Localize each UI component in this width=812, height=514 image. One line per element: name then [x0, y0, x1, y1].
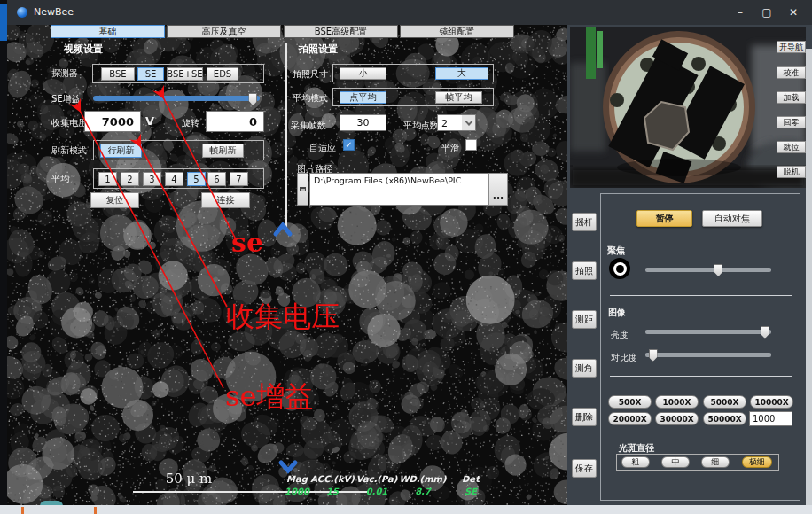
- in-position-button[interactable]: 就位: [777, 141, 806, 153]
- status-det-label: Det: [440, 474, 502, 484]
- home-button[interactable]: 回零: [777, 116, 806, 128]
- tab-lens-config[interactable]: 镜组配置: [400, 25, 514, 38]
- spot-size-group: 粗 中 细 极细: [616, 454, 779, 471]
- mag-30000x-button[interactable]: 30000X: [655, 412, 699, 425]
- mag-10000x-button[interactable]: 10000X: [750, 395, 793, 409]
- load-button[interactable]: 加载: [777, 91, 806, 104]
- average-4-button[interactable]: 4: [165, 172, 183, 186]
- average-group: 1 2 3 4 5 6 7: [93, 168, 264, 189]
- detector-se-button[interactable]: SE: [137, 67, 164, 81]
- mag-500x-button[interactable]: 500X: [608, 395, 652, 409]
- adaptive-checkbox[interactable]: ✓: [343, 139, 355, 151]
- close-button[interactable]: ✕: [780, 0, 807, 25]
- refresh-mode-group: 行刷新 帧刷新: [93, 140, 264, 160]
- brightness-label: 亮度: [611, 329, 629, 341]
- size-large-button[interactable]: 大: [435, 67, 488, 80]
- imaging-control-box: 暂停 自动对焦 聚焦 图像 亮度 对比度 500X 1000X: [600, 193, 800, 501]
- mag-50000x-button[interactable]: 50000X: [703, 412, 746, 425]
- mag-value-input[interactable]: 1000: [749, 411, 792, 426]
- app-window: NewBee – ▢ ✕ 基础 高压及真空 BSE高级配置 镜组配置 视频设置 …: [0, 0, 812, 514]
- reset-button[interactable]: 复位: [90, 192, 139, 208]
- average-6-button[interactable]: 6: [207, 172, 226, 186]
- avg-frame-button[interactable]: 帧平均: [435, 91, 482, 104]
- se-gain-slider[interactable]: [93, 93, 260, 105]
- autofocus-button[interactable]: 自动对焦: [702, 210, 762, 227]
- measure-angle-button[interactable]: 测角: [572, 359, 597, 378]
- dropdown-arrow-icon[interactable]: [462, 115, 475, 130]
- se-gain-label: SE增益: [51, 93, 81, 105]
- se-gain-handle[interactable]: [248, 93, 257, 105]
- average-label: 平均: [51, 173, 69, 185]
- brightness-slider[interactable]: [645, 326, 771, 339]
- detector-group: BSE SE BSE+SE EDS: [92, 64, 264, 83]
- frames-input[interactable]: 30: [340, 114, 386, 131]
- photo-size-group: 小 大: [332, 64, 494, 82]
- average-7-button[interactable]: 7: [230, 172, 248, 186]
- offline-button[interactable]: 脱机: [777, 166, 806, 178]
- joystick-button[interactable]: 摇杆: [572, 213, 597, 231]
- open-nav-button[interactable]: 开导航: [777, 41, 806, 53]
- focus-slider[interactable]: [645, 264, 771, 276]
- average-1-button[interactable]: 1: [98, 172, 117, 186]
- contrast-handle[interactable]: [649, 349, 658, 362]
- separator: [610, 238, 792, 238]
- spot-coarse-button[interactable]: 粗: [621, 456, 650, 468]
- photo-size-label: 拍照尺寸: [293, 68, 328, 81]
- path-input[interactable]: D:\Program Files (x86)\NewBee\PIC: [309, 173, 488, 206]
- mag-5000x-button[interactable]: 5000X: [703, 395, 746, 409]
- browse-button[interactable]: ...: [488, 173, 508, 206]
- connect-button[interactable]: 连接: [201, 192, 250, 208]
- size-small-button[interactable]: 小: [340, 67, 386, 80]
- app-icon: [17, 7, 27, 18]
- video-settings-title: 视频设置: [64, 43, 103, 56]
- collect-voltage-input[interactable]: 7000: [84, 111, 141, 132]
- frames-label: 采集帧数: [291, 120, 326, 132]
- maximize-button[interactable]: ▢: [753, 0, 780, 25]
- refresh-line-button[interactable]: 行刷新: [100, 144, 142, 158]
- taskbar-fragment: [94, 507, 97, 514]
- delete-button[interactable]: 删除: [572, 408, 597, 426]
- rotate-input[interactable]: 0: [206, 111, 264, 132]
- status-det-value: SE: [440, 487, 502, 496]
- contrast-slider[interactable]: [645, 349, 771, 362]
- detector-bse-button[interactable]: BSE: [101, 67, 135, 81]
- tab-bse-advanced[interactable]: BSE高级配置: [284, 25, 398, 38]
- save-button[interactable]: 保存: [572, 459, 597, 478]
- tab-basic[interactable]: 基础: [51, 25, 165, 38]
- voltage-unit-label: V: [145, 114, 154, 128]
- chamber-camera-view: [570, 27, 806, 188]
- average-3-button[interactable]: 3: [143, 172, 161, 186]
- detector-eds-button[interactable]: EDS: [207, 67, 238, 81]
- snapshot-button[interactable]: 拍照: [572, 261, 597, 280]
- contrast-label: 对比度: [611, 352, 637, 364]
- detector-bse-se-button[interactable]: BSE+SE: [167, 67, 203, 81]
- focus-handle[interactable]: [714, 264, 722, 276]
- focus-track: [645, 268, 771, 272]
- avg-mode-label: 平均模式: [293, 92, 328, 105]
- mag-1000x-button[interactable]: 1000X: [655, 395, 699, 409]
- mag-20000x-button[interactable]: 20000X: [608, 412, 652, 425]
- brightness-handle[interactable]: [761, 326, 769, 339]
- sem-image-viewport: 基础 高压及真空 BSE高级配置 镜组配置 视频设置 探测器 BSE SE BS…: [7, 25, 567, 505]
- avg-point-button[interactable]: 点平均: [340, 91, 386, 104]
- calibrate-button[interactable]: 校准: [777, 66, 806, 79]
- pause-button[interactable]: 暂停: [636, 210, 692, 227]
- spot-medium-button[interactable]: 中: [661, 456, 690, 468]
- se-gain-track: [93, 96, 260, 101]
- focus-label: 聚焦: [607, 245, 625, 257]
- smooth-label: 平滑: [441, 142, 459, 154]
- annotation-se-gain: se增益: [225, 378, 313, 417]
- path-side-button[interactable]: [297, 173, 308, 206]
- smooth-checkbox[interactable]: [465, 139, 477, 151]
- refresh-frame-button[interactable]: 帧刷新: [202, 144, 244, 158]
- tab-hv-vacuum[interactable]: 高压及真空: [167, 25, 281, 38]
- average-5-button[interactable]: 5: [187, 172, 206, 186]
- points-dropdown[interactable]: 2: [437, 114, 476, 131]
- focus-target-icon[interactable]: [609, 258, 630, 279]
- average-2-button[interactable]: 2: [121, 172, 139, 186]
- spot-fine-button[interactable]: 细: [701, 456, 730, 468]
- spot-ultrafine-button[interactable]: 极细: [742, 456, 772, 468]
- measure-distance-button[interactable]: 测距: [572, 310, 597, 329]
- scale-bar-label: 50 μ m: [140, 471, 238, 487]
- minimize-button[interactable]: –: [727, 0, 753, 25]
